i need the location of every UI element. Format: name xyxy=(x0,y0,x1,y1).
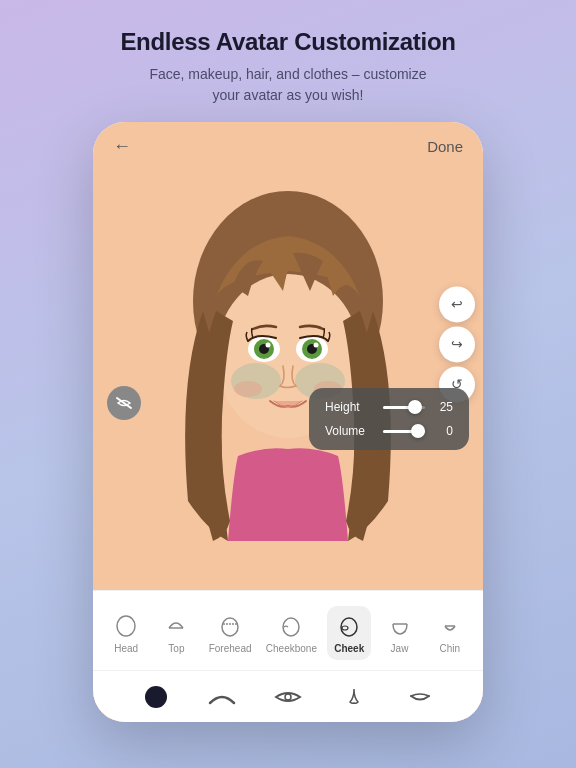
forehead-label: Forehead xyxy=(209,643,252,654)
face-part-cheek[interactable]: Cheek xyxy=(327,606,371,660)
head-icon xyxy=(112,612,140,640)
done-button[interactable]: Done xyxy=(427,138,463,155)
volume-label: Volume xyxy=(325,424,375,438)
height-slider[interactable] xyxy=(383,406,425,409)
volume-slider[interactable] xyxy=(383,430,425,433)
height-label: Height xyxy=(325,400,375,414)
height-value: 25 xyxy=(433,400,453,414)
face-part-cheekbone[interactable]: Cheekbone xyxy=(262,606,321,660)
chin-icon xyxy=(436,612,464,640)
page-title: Endless Avatar Customization xyxy=(120,28,455,56)
svg-point-23 xyxy=(283,618,299,636)
face-part-chin[interactable]: Chin xyxy=(428,606,472,660)
svg-point-17 xyxy=(234,381,262,397)
eye-tool[interactable] xyxy=(270,679,306,715)
face-part-jaw[interactable]: Jaw xyxy=(378,606,422,660)
eye-tool-icon xyxy=(274,688,302,706)
top-label: Top xyxy=(168,643,184,654)
jaw-icon xyxy=(386,612,414,640)
cheek-label: Cheek xyxy=(334,643,364,654)
redo-button[interactable]: ↪ xyxy=(439,326,475,362)
avatar-svg xyxy=(148,181,428,561)
jaw-label: Jaw xyxy=(391,643,409,654)
header-section: Endless Avatar Customization Face, makeu… xyxy=(80,0,495,122)
back-button[interactable]: ← xyxy=(113,136,131,157)
curve-tool-icon xyxy=(208,689,236,705)
bottom-toolbar xyxy=(93,670,483,722)
top-icon xyxy=(162,612,190,640)
sliders-panel: Height 25 Volume 0 xyxy=(309,388,469,450)
volume-value: 0 xyxy=(433,424,453,438)
svg-point-24 xyxy=(341,618,357,636)
svg-point-16 xyxy=(314,343,319,348)
forehead-icon xyxy=(216,612,244,640)
svg-point-21 xyxy=(222,618,238,636)
top-bar: ← Done xyxy=(93,122,483,165)
face-part-top[interactable]: Top xyxy=(154,606,198,660)
avatar-area: ↩ ↪ ↺ Height 25 xyxy=(93,122,483,590)
curve-tool[interactable] xyxy=(204,679,240,715)
dot-tool[interactable] xyxy=(138,679,174,715)
head-label: Head xyxy=(114,643,138,654)
visibility-toggle-button[interactable] xyxy=(107,386,141,420)
app-screen: ← Done xyxy=(93,122,483,722)
svg-point-15 xyxy=(266,343,271,348)
chin-label: Chin xyxy=(440,643,461,654)
cheekbone-label: Cheekbone xyxy=(266,643,317,654)
dot-tool-icon xyxy=(145,686,167,708)
cheekbone-icon xyxy=(277,612,305,640)
avatar-container xyxy=(148,181,428,561)
svg-point-19 xyxy=(117,616,135,636)
right-controls: ↩ ↪ ↺ xyxy=(439,286,475,402)
page-subtitle: Face, makeup, hair, and clothes – custom… xyxy=(120,64,455,106)
cheek-icon xyxy=(335,612,363,640)
nose-tool-icon xyxy=(343,686,365,708)
volume-slider-row: Volume 0 xyxy=(325,424,453,438)
face-part-head[interactable]: Head xyxy=(104,606,148,660)
svg-point-25 xyxy=(342,626,348,630)
mouth-tool-icon xyxy=(406,689,434,705)
face-part-forehead[interactable]: Forehead xyxy=(205,606,256,660)
svg-point-28 xyxy=(285,694,291,700)
undo-button[interactable]: ↩ xyxy=(439,286,475,322)
phone-frame: ← Done xyxy=(93,122,483,722)
mouth-tool[interactable] xyxy=(402,679,438,715)
face-parts-nav: Head Top Forehead Cheekbon xyxy=(93,590,483,670)
height-slider-row: Height 25 xyxy=(325,400,453,414)
nose-tool[interactable] xyxy=(336,679,372,715)
